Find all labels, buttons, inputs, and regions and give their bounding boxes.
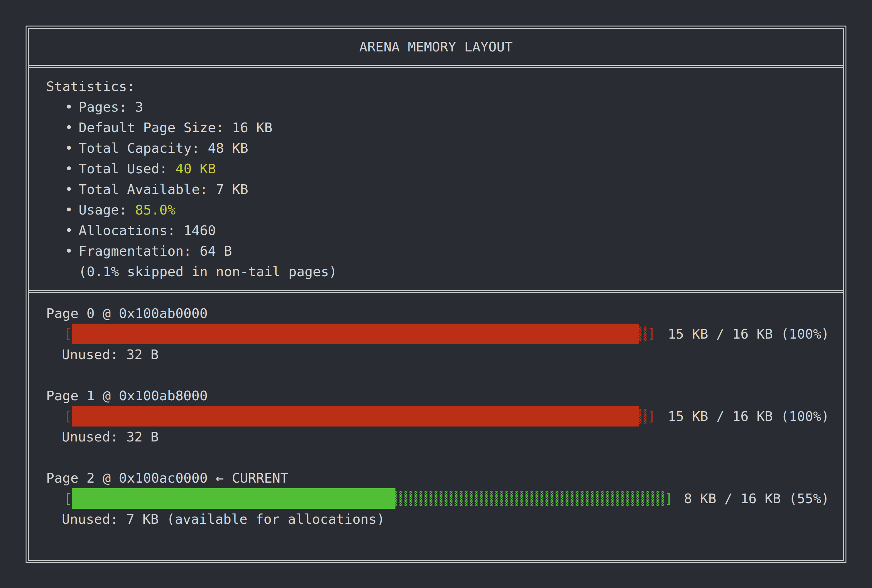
stat-item: • Total Available: 7 KB: [46, 179, 829, 200]
bullet-icon: •: [65, 179, 79, 200]
bar-close-bracket: ]: [647, 406, 656, 426]
stat-value: 3: [135, 97, 143, 117]
page-header: Page 2 @ 0x100ac0000 ← CURRENT: [46, 468, 829, 488]
memory-bar-free-segment: [639, 326, 647, 341]
bar-close-bracket: ]: [647, 324, 656, 344]
stat-value: 48 KB: [208, 138, 248, 158]
bullet-icon: •: [65, 97, 79, 117]
bullet-icon: •: [65, 241, 79, 261]
stat-value: 40 KB: [176, 158, 216, 179]
memory-bar-row: [ ] 15 KB / 16 KB (100%): [64, 406, 829, 426]
page-header: Page 1 @ 0x100ab8000: [46, 386, 829, 406]
memory-bar: [72, 488, 665, 509]
stat-label: Total Used:: [79, 158, 168, 179]
stat-label: Fragmentation:: [79, 241, 192, 261]
stat-item: • Total Capacity: 48 KB: [46, 138, 829, 158]
stat-label: Pages:: [79, 97, 127, 117]
panel-title: ARENA MEMORY LAYOUT: [29, 28, 843, 68]
statistics-heading: Statistics:: [46, 76, 829, 97]
bar-open-bracket: [: [64, 324, 72, 344]
statistics-list: • Pages: 3 • Default Page Size: 16 KB • …: [46, 97, 829, 261]
bullet-icon: •: [65, 220, 79, 241]
bar-open-bracket: [: [64, 488, 72, 509]
usage-label: 15 KB / 16 KB (100%): [668, 406, 829, 426]
unused-label: Unused: 32 B: [62, 426, 829, 447]
memory-bar-free-segment: [395, 491, 665, 506]
bullet-icon: •: [65, 117, 79, 138]
bullet-icon: •: [65, 158, 79, 179]
stat-label: Default Page Size:: [79, 117, 224, 138]
memory-bar-used-segment: [72, 406, 639, 426]
stat-item: • Pages: 3: [46, 97, 829, 117]
stat-label: Usage:: [79, 200, 127, 220]
bullet-icon: •: [65, 200, 79, 220]
stat-label: Allocations:: [79, 220, 176, 241]
stat-item: • Usage: 85.0%: [46, 200, 829, 220]
usage-label: 15 KB / 16 KB (100%): [668, 324, 829, 344]
stat-value: 16 KB: [232, 117, 272, 138]
stat-value: 7 KB: [216, 179, 248, 200]
stat-label: Total Available:: [79, 179, 208, 200]
stat-item: • Fragmentation: 64 B: [46, 241, 829, 261]
memory-bar-row: [ ] 15 KB / 16 KB (100%): [64, 324, 829, 344]
stat-label: Total Capacity:: [79, 138, 200, 158]
page-header: Page 0 @ 0x100ab0000: [46, 303, 829, 324]
bar-open-bracket: [: [64, 406, 72, 426]
stat-item: • Allocations: 1460: [46, 220, 829, 241]
memory-bar-row: [ ] 8 KB / 16 KB (55%): [64, 488, 829, 509]
pages-section: Page 0 @ 0x100ab0000 [ ] 15 KB / 16 KB (…: [29, 293, 843, 530]
page-block: Page 1 @ 0x100ab8000 [ ] 15 KB / 16 KB (…: [46, 386, 829, 447]
stat-value: 64 B: [200, 241, 232, 261]
usage-label: 8 KB / 16 KB (55%): [684, 488, 829, 509]
stat-value: 85.0%: [135, 200, 175, 220]
bar-close-bracket: ]: [665, 488, 673, 509]
arena-layout-panel: ARENA MEMORY LAYOUT Statistics: • Pages:…: [26, 26, 846, 563]
statistics-section: Statistics: • Pages: 3 • Default Page Si…: [29, 68, 843, 293]
stat-item: • Default Page Size: 16 KB: [46, 117, 829, 138]
memory-bar-used-segment: [72, 488, 395, 509]
memory-bar-free-segment: [639, 409, 647, 424]
memory-bar: [72, 406, 647, 426]
memory-bar: [72, 324, 647, 344]
stat-value: 1460: [184, 220, 216, 241]
bullet-icon: •: [65, 138, 79, 158]
memory-bar-used-segment: [72, 324, 639, 344]
unused-label: Unused: 32 B: [62, 344, 829, 365]
unused-label: Unused: 7 KB (available for allocations): [62, 509, 829, 530]
page-block: Page 0 @ 0x100ab0000 [ ] 15 KB / 16 KB (…: [46, 303, 829, 365]
page-block: Page 2 @ 0x100ac0000 ← CURRENT [ ] 8 KB …: [46, 468, 829, 530]
fragmentation-footnote: (0.1% skipped in non-tail pages): [46, 261, 829, 282]
stat-item: • Total Used: 40 KB: [46, 158, 829, 179]
